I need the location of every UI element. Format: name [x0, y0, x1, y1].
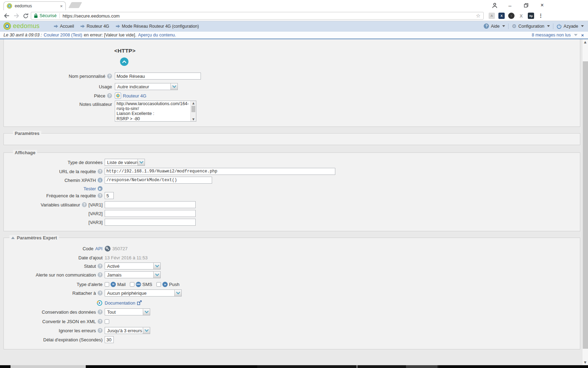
power-icon [556, 23, 562, 29]
notification-preview-link[interactable]: Aperçu du contenu. [138, 33, 176, 38]
scrollbar-thumb[interactable] [191, 106, 195, 112]
name-label: Nom personnalisé [69, 74, 105, 79]
unread-messages-link[interactable]: 8 messages non lus [532, 33, 570, 38]
tab-title: eedomus [15, 4, 60, 8]
help-question-icon[interactable]: ? [98, 193, 103, 198]
refresh-icon[interactable] [22, 12, 29, 20]
xpath-input[interactable] [105, 177, 212, 184]
request-url-input[interactable] [105, 168, 335, 175]
address-bar[interactable]: Sécurisé https://secure.eedomus.com ☆ [31, 12, 484, 20]
play-icon[interactable]: ▶ [98, 186, 103, 191]
menu-divider [553, 23, 553, 29]
help-menu[interactable]: ? Aide [484, 23, 505, 29]
api-link[interactable]: API [95, 246, 103, 251]
configuration-menu[interactable]: ⚙ Configuration [512, 23, 550, 29]
select-arrow-button[interactable] [138, 159, 145, 165]
var1-input[interactable] [105, 201, 196, 208]
parametres-legend: Paramètres [13, 131, 41, 136]
select-arrow-button[interactable] [143, 327, 150, 334]
select-arrow-button[interactable] [153, 263, 160, 269]
extension-dark-circle-icon[interactable]: ◦ [508, 13, 514, 19]
browser-menu-icon[interactable]: ⋮ [538, 13, 544, 19]
status-select[interactable]: Activé [105, 263, 161, 270]
var1-row: Variables utilisateur ? [VAR1] [4, 201, 580, 208]
collapse-notification-icon[interactable] [574, 34, 578, 36]
frequency-input[interactable] [105, 192, 114, 199]
new-tab-button[interactable] [68, 2, 82, 8]
api-key-icon[interactable] [105, 246, 111, 252]
affichage-box: Affichage Type de données Liste de valeu… [4, 152, 580, 231]
browser-tab[interactable]: eedomus × [4, 1, 66, 10]
user-menu[interactable]: Azyade [556, 23, 584, 29]
push-checkbox[interactable] [156, 282, 161, 287]
help-question-icon[interactable]: ? [98, 272, 103, 277]
collapse-section-button[interactable] [120, 57, 128, 66]
url-text[interactable]: https://secure.eedomus.com [63, 13, 476, 19]
data-type-select[interactable]: Liste de valeurs [105, 159, 145, 166]
help-question-icon[interactable]: ? [98, 328, 103, 333]
extension-pdf-icon[interactable]: A [489, 13, 495, 19]
attach-row: Rattacher à ? Aucun périphérique [4, 289, 580, 297]
breadcrumb-routeur-4g[interactable]: Routeur 4G [86, 24, 109, 29]
help-question-icon[interactable]: ? [82, 202, 87, 207]
collapse-expert-icon[interactable] [11, 237, 15, 239]
sms-icon: SMS [136, 282, 141, 287]
page-scrollbar[interactable]: ▲ ▼ [582, 39, 588, 365]
notes-textarea[interactable]: http://www.laroccasolutions.com/164- rsr… [115, 101, 196, 122]
tab-close-icon[interactable]: × [60, 4, 63, 8]
close-notification-icon[interactable]: × [581, 33, 584, 38]
window-close-button[interactable]: × [537, 1, 547, 9]
usage-select[interactable]: Autre indicateur [115, 83, 178, 90]
json-to-xml-checkbox[interactable] [105, 319, 109, 324]
attach-value: Aucun périphérique [105, 290, 174, 296]
bookmark-star-icon[interactable]: ☆ [476, 13, 481, 19]
window-restore-button[interactable] [521, 1, 531, 9]
forward-icon[interactable] [13, 12, 20, 20]
help-question-icon[interactable]: ? [98, 319, 103, 324]
usage-row: Usage Autre indicateur [4, 83, 580, 90]
documentation-link[interactable]: Documentation [105, 300, 135, 306]
select-arrow-button[interactable] [153, 272, 160, 278]
eedomus-logo[interactable] [3, 22, 11, 30]
breadcrumb-accueil[interactable]: Accueil [60, 24, 74, 29]
profile-icon[interactable] [489, 1, 500, 9]
extension-x-dark-icon[interactable]: X [498, 13, 505, 19]
timeout-input[interactable] [105, 336, 114, 343]
mail-checkbox[interactable] [105, 282, 109, 287]
extension-x-gray-icon[interactable]: X [518, 13, 524, 19]
tester-link[interactable]: Tester [84, 186, 96, 191]
notification-right: 8 messages non lus × [532, 33, 584, 38]
var3-input[interactable] [105, 219, 196, 226]
help-question-icon[interactable]: ? [98, 309, 103, 314]
attach-select[interactable]: Aucun périphérique [105, 289, 182, 297]
help-question-icon[interactable]: ? [107, 93, 112, 98]
notes-scrollbar[interactable]: ▲ ▼ [190, 101, 196, 121]
name-input[interactable] [115, 73, 201, 80]
room-link[interactable]: Routeur 4G [123, 93, 146, 98]
notification-device-link[interactable]: Couleur 2008 (Test) [44, 33, 82, 38]
help-question-icon[interactable]: ? [107, 74, 112, 79]
back-icon[interactable] [3, 12, 10, 20]
scroll-down-icon[interactable]: ▼ [191, 117, 196, 121]
select-arrow-button[interactable] [174, 290, 181, 296]
select-arrow-button[interactable] [143, 309, 150, 315]
room-label: Pièce [94, 93, 105, 98]
var2-input[interactable] [105, 210, 196, 217]
communication-alert-select[interactable]: Jamais [105, 271, 161, 278]
chevron-down-icon [547, 25, 550, 27]
brand-name[interactable]: eedomus [13, 22, 40, 30]
sms-checkbox[interactable] [130, 282, 134, 287]
scrollbar-thumb[interactable] [583, 61, 588, 349]
info-icon[interactable]: i [98, 178, 103, 183]
help-question-icon[interactable]: ? [98, 264, 103, 268]
ignore-errors-select[interactable]: Jusqu'à 3 erreurs [105, 327, 150, 334]
help-question-icon[interactable]: ? [98, 169, 103, 174]
scroll-up-icon[interactable]: ▲ [582, 39, 588, 45]
extension-xp-icon[interactable]: Xp [528, 13, 534, 19]
select-arrow-button[interactable] [170, 83, 177, 90]
help-question-icon[interactable]: ? [98, 291, 103, 295]
window-minimize-button[interactable]: – [505, 1, 515, 9]
scroll-up-icon[interactable]: ▲ [191, 101, 196, 105]
data-retention-select[interactable]: Tout [105, 308, 150, 315]
scroll-down-icon[interactable]: ▼ [582, 360, 588, 365]
